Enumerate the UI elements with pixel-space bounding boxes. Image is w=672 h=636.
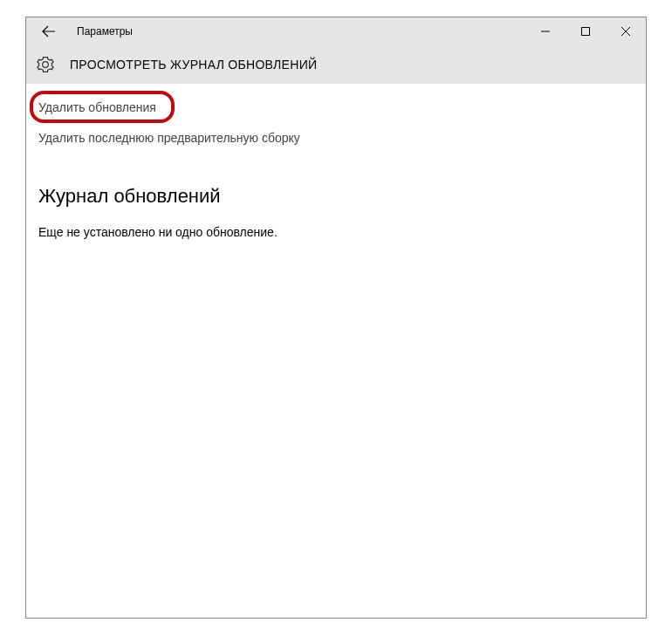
page-header: ПРОСМОТРЕТЬ ЖУРНАЛ ОБНОВЛЕНИЙ <box>26 45 646 84</box>
empty-state-text: Еще не установлено ни одно обновление. <box>38 225 634 239</box>
back-arrow-icon <box>42 24 56 38</box>
maximize-icon <box>581 27 590 36</box>
update-history-heading: Журнал обновлений <box>38 185 634 208</box>
back-button[interactable] <box>31 17 66 45</box>
minimize-icon <box>541 27 550 36</box>
close-button[interactable] <box>606 17 646 45</box>
window-title: Параметры <box>77 25 133 38</box>
minimize-button[interactable] <box>525 17 566 45</box>
content-area: Удалить обновления Удалить последнюю пре… <box>26 84 646 255</box>
gear-icon <box>37 56 54 73</box>
titlebar-left: Параметры <box>31 17 133 45</box>
settings-window: Параметры <box>25 17 647 619</box>
svg-rect-1 <box>582 28 590 36</box>
page-title: ПРОСМОТРЕТЬ ЖУРНАЛ ОБНОВЛЕНИЙ <box>70 58 317 72</box>
close-icon <box>621 27 630 36</box>
remove-updates-link[interactable]: Удалить обновления <box>38 100 156 114</box>
maximize-button[interactable] <box>566 17 606 45</box>
titlebar: Параметры <box>26 17 646 45</box>
remove-preview-build-link[interactable]: Удалить последнюю предварительную сборку <box>38 131 300 145</box>
window-controls <box>525 17 646 45</box>
